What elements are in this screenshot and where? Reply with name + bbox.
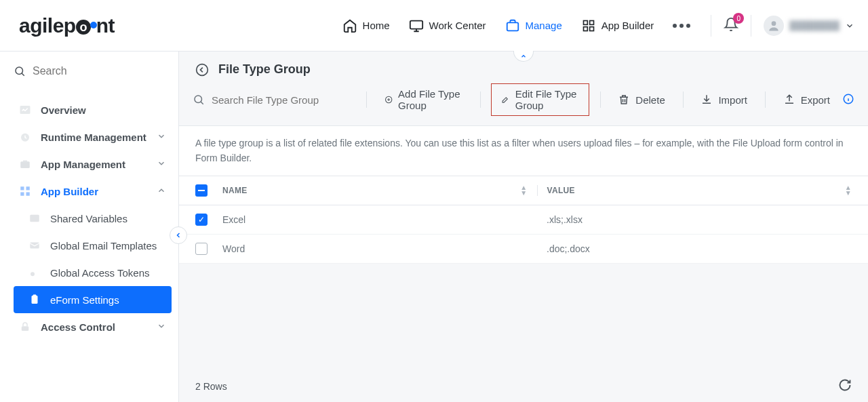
- lock-icon: [19, 321, 31, 333]
- sort-icon: ▲▼: [845, 185, 852, 196]
- user-menu[interactable]: ████████: [764, 16, 854, 36]
- export-button[interactable]: Export: [776, 89, 837, 110]
- sidebar-item-label: App Management: [41, 159, 125, 170]
- more-menu[interactable]: [673, 24, 690, 28]
- sidebar-item-label: Global Access Tokens: [50, 267, 149, 279]
- svg-point-7: [16, 67, 23, 75]
- sidebar-item-app-management[interactable]: App Management: [14, 150, 172, 178]
- sidebar-item-shared-variables[interactable]: Shared Variables: [14, 205, 172, 232]
- divider: [366, 92, 367, 108]
- svg-rect-15: [30, 215, 39, 222]
- briefcase-icon: [505, 18, 520, 33]
- svg-rect-5: [589, 26, 593, 31]
- svg-rect-12: [26, 186, 30, 190]
- upload-icon: [783, 94, 795, 106]
- search-icon: [14, 65, 26, 77]
- table-header: NAME ▲▼ VALUE ▲▼: [179, 176, 868, 205]
- svg-rect-1: [507, 22, 518, 31]
- sidebar-item-global-email-templates[interactable]: Global Email Templates: [14, 232, 172, 259]
- button-label: Import: [718, 94, 747, 106]
- notifications-button[interactable]: 0: [724, 17, 738, 34]
- cell-name: Word: [222, 243, 537, 254]
- edit-icon: [501, 94, 509, 106]
- select-all-checkbox[interactable]: [195, 184, 222, 197]
- column-label: VALUE: [547, 186, 575, 195]
- sidebar-item-label: Overview: [41, 104, 86, 116]
- row-checkbox[interactable]: ✓: [195, 214, 208, 226]
- row-count: 2 Rows: [195, 381, 227, 392]
- divider: [711, 15, 711, 37]
- nav-label: App Builder: [601, 20, 654, 31]
- monitor-icon: [409, 18, 424, 33]
- sidebar-item-access-control[interactable]: Access Control: [14, 313, 172, 340]
- button-label: Add File Type Group: [398, 88, 462, 111]
- chevron-down-icon: [845, 21, 854, 31]
- table-row[interactable]: Word .doc;.docx: [179, 235, 868, 264]
- content-area: File Type Group Add File Type Group Edit…: [179, 52, 868, 402]
- sidebar-search-input[interactable]: [33, 65, 168, 77]
- svg-rect-20: [22, 326, 29, 331]
- sidebar-item-label: eForm Settings: [50, 294, 119, 306]
- column-label: NAME: [222, 186, 248, 195]
- briefcase-icon: [19, 158, 31, 170]
- clock-icon: [19, 131, 31, 143]
- svg-rect-3: [589, 20, 593, 24]
- button-label: Export: [801, 94, 830, 106]
- column-header-value[interactable]: VALUE ▲▼: [538, 185, 852, 196]
- row-checkbox[interactable]: [195, 243, 208, 255]
- nav-label: Manage: [526, 20, 562, 31]
- nav-app-builder[interactable]: App Builder: [581, 18, 654, 33]
- sidebar-collapse-handle[interactable]: [170, 226, 187, 244]
- nav-label: Work Center: [429, 20, 486, 31]
- sidebar-item-global-access-tokens[interactable]: Global Access Tokens: [14, 259, 172, 286]
- trash-icon: [618, 94, 630, 106]
- chevron-down-icon: [157, 321, 166, 333]
- svg-rect-10: [20, 161, 30, 168]
- toolbar: Add File Type Group Edit File Type Group…: [179, 83, 868, 125]
- nav-manage[interactable]: Manage: [505, 18, 562, 33]
- import-button[interactable]: Import: [694, 89, 754, 110]
- add-button[interactable]: Add File Type Group: [378, 84, 469, 115]
- chevron-down-icon: [157, 132, 166, 143]
- sidebar-item-label: App Builder: [41, 186, 98, 197]
- svg-point-22: [195, 96, 202, 103]
- clipboard-icon: [28, 294, 41, 306]
- edit-button[interactable]: Edit File Type Group: [491, 83, 589, 116]
- sidebar-item-overview[interactable]: Overview: [14, 96, 172, 123]
- delete-button[interactable]: Delete: [611, 89, 671, 110]
- refresh-button[interactable]: [838, 378, 852, 394]
- button-label: Edit File Type Group: [515, 88, 579, 111]
- divider: [600, 92, 601, 108]
- nav-work-center[interactable]: Work Center: [409, 18, 486, 33]
- sidebar-item-eform-settings[interactable]: eForm Settings: [14, 286, 172, 313]
- back-icon[interactable]: [195, 63, 209, 77]
- info-icon: [842, 93, 854, 105]
- grid-icon: [19, 185, 31, 197]
- column-header-name[interactable]: NAME ▲▼: [222, 185, 538, 196]
- sidebar-search[interactable]: [14, 65, 172, 77]
- sidebar-item-label: Access Control: [41, 321, 115, 333]
- svg-rect-0: [410, 20, 422, 28]
- toolbar-search-input[interactable]: [212, 94, 340, 106]
- indeterminate-icon: [195, 184, 208, 197]
- table-row[interactable]: ✓ Excel .xls;.xlsx: [179, 205, 868, 235]
- chart-icon: [19, 104, 31, 116]
- sidebar-item-label: Runtime Management: [41, 132, 146, 143]
- svg-rect-4: [583, 26, 587, 31]
- divider: [683, 92, 684, 108]
- toolbar-search[interactable]: [193, 94, 355, 106]
- info-button[interactable]: [842, 93, 854, 107]
- cell-value: .xls;.xlsx: [537, 214, 852, 225]
- sidebar-item-app-builder[interactable]: App Builder: [14, 178, 172, 205]
- search-icon: [193, 94, 205, 106]
- nav-home[interactable]: Home: [342, 18, 390, 33]
- cell-value: .doc;.docx: [537, 243, 852, 254]
- chevron-down-icon: [157, 159, 166, 170]
- chevron-left-icon: [174, 231, 182, 239]
- data-table: NAME ▲▼ VALUE ▲▼ ✓ Excel .xls;.xlsx Word…: [179, 176, 868, 264]
- button-label: Delete: [635, 94, 665, 106]
- sidebar: Overview Runtime Management App Manageme…: [0, 52, 179, 402]
- svg-point-21: [197, 64, 208, 75]
- svg-rect-2: [583, 20, 587, 24]
- sidebar-item-runtime-management[interactable]: Runtime Management: [14, 123, 172, 150]
